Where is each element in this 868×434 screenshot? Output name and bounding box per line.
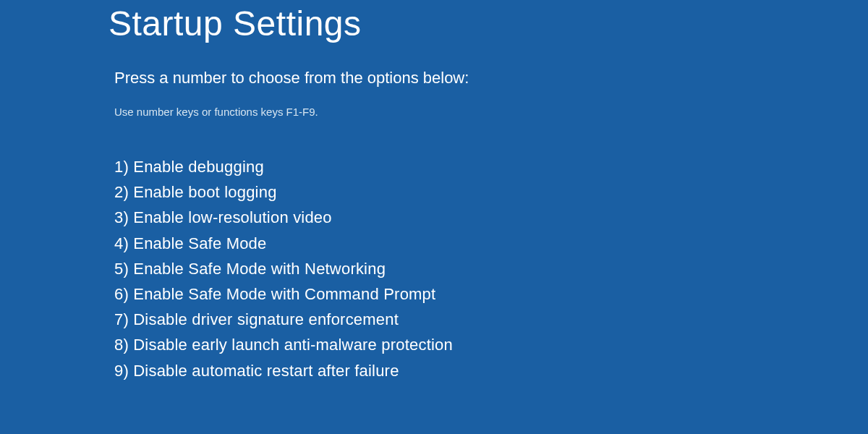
options-list: 1) Enable debugging 2) Enable boot loggi… — [109, 154, 868, 383]
option-item-2[interactable]: 2) Enable boot logging — [114, 179, 868, 205]
hint-text: Use number keys or functions keys F1-F9. — [109, 106, 868, 118]
option-item-9[interactable]: 9) Disable automatic restart after failu… — [114, 358, 868, 383]
option-item-4[interactable]: 4) Enable Safe Mode — [114, 231, 868, 256]
option-item-7[interactable]: 7) Disable driver signature enforcement — [114, 307, 868, 332]
option-item-8[interactable]: 8) Disable early launch anti-malware pro… — [114, 332, 868, 357]
option-item-3[interactable]: 3) Enable low-resolution video — [114, 205, 868, 230]
option-item-6[interactable]: 6) Enable Safe Mode with Command Prompt — [114, 281, 868, 307]
page-title: Startup Settings — [109, 4, 868, 43]
option-item-1[interactable]: 1) Enable debugging — [114, 154, 868, 179]
option-item-5[interactable]: 5) Enable Safe Mode with Networking — [114, 256, 868, 281]
instruction-text: Press a number to choose from the option… — [109, 69, 868, 88]
